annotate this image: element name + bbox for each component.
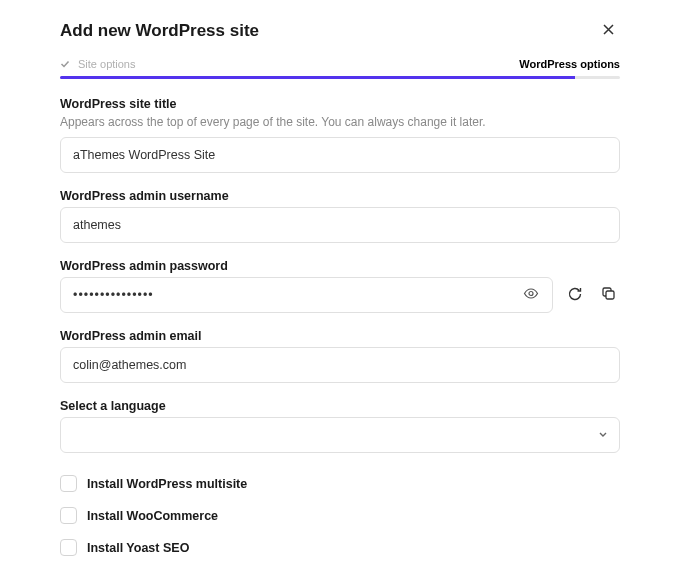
check-icon bbox=[60, 59, 70, 69]
progress-bar bbox=[60, 76, 620, 79]
yoast-checkbox[interactable] bbox=[60, 539, 77, 556]
svg-point-0 bbox=[529, 292, 533, 296]
field-admin-username: WordPress admin username bbox=[60, 189, 620, 243]
woocommerce-label: Install WooCommerce bbox=[87, 509, 218, 523]
site-title-input[interactable] bbox=[60, 137, 620, 173]
checkbox-row-woocommerce: Install WooCommerce bbox=[60, 507, 620, 524]
close-icon bbox=[601, 25, 616, 40]
woocommerce-checkbox[interactable] bbox=[60, 507, 77, 524]
refresh-icon bbox=[567, 286, 583, 305]
admin-email-input[interactable] bbox=[60, 347, 620, 383]
copy-icon bbox=[601, 286, 616, 304]
language-select[interactable] bbox=[60, 417, 620, 453]
copy-password-button[interactable] bbox=[597, 282, 620, 308]
field-site-title: WordPress site title Appears across the … bbox=[60, 97, 620, 173]
checkbox-group: Install WordPress multisite Install WooC… bbox=[60, 475, 620, 565]
admin-username-label: WordPress admin username bbox=[60, 189, 620, 203]
svg-rect-1 bbox=[606, 291, 614, 299]
admin-password-input[interactable] bbox=[60, 277, 553, 313]
step-wordpress-options: WordPress options bbox=[519, 58, 620, 70]
close-button[interactable] bbox=[597, 18, 620, 44]
admin-password-label: WordPress admin password bbox=[60, 259, 620, 273]
step-completed-label: Site options bbox=[78, 58, 135, 70]
admin-email-label: WordPress admin email bbox=[60, 329, 620, 343]
progress-fill bbox=[60, 76, 575, 79]
step-site-options: Site options bbox=[60, 58, 135, 70]
toggle-password-visibility-button[interactable] bbox=[519, 282, 543, 309]
dialog-title: Add new WordPress site bbox=[60, 21, 259, 41]
site-title-help: Appears across the top of every page of … bbox=[60, 115, 620, 129]
checkbox-row-yoast: Install Yoast SEO bbox=[60, 539, 620, 556]
dialog-header: Add new WordPress site bbox=[60, 18, 620, 44]
field-language: Select a language bbox=[60, 399, 620, 453]
checkbox-row-multisite: Install WordPress multisite bbox=[60, 475, 620, 492]
multisite-label: Install WordPress multisite bbox=[87, 477, 247, 491]
step-indicator: Site options WordPress options bbox=[60, 58, 620, 70]
multisite-checkbox[interactable] bbox=[60, 475, 77, 492]
admin-username-input[interactable] bbox=[60, 207, 620, 243]
field-admin-password: WordPress admin password bbox=[60, 259, 620, 313]
language-label: Select a language bbox=[60, 399, 620, 413]
field-admin-email: WordPress admin email bbox=[60, 329, 620, 383]
regenerate-password-button[interactable] bbox=[563, 282, 587, 309]
eye-icon bbox=[523, 286, 539, 305]
yoast-label: Install Yoast SEO bbox=[87, 541, 189, 555]
site-title-label: WordPress site title bbox=[60, 97, 620, 111]
